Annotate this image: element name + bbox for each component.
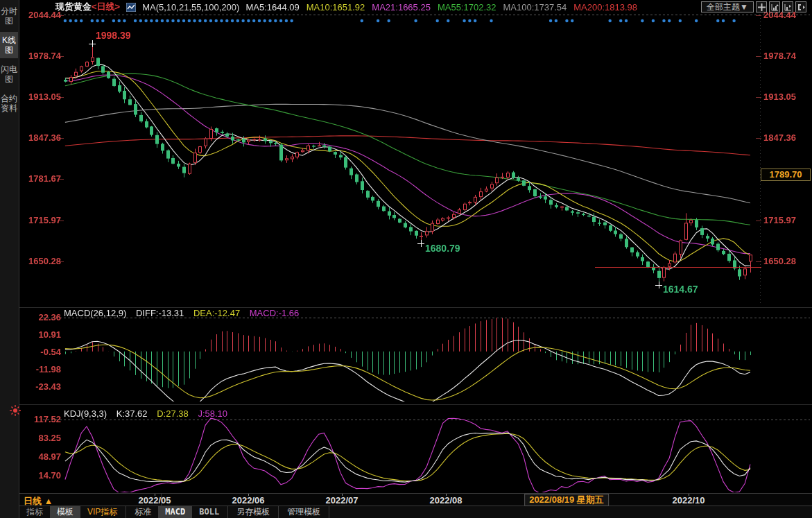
sidebar-item-2[interactable]: 闪电图 (0, 61, 18, 87)
toolbar-tab-1[interactable]: 模板 (50, 506, 80, 518)
separator-macd-kdj (19, 404, 812, 405)
left-axis-label-1: 1978.74 (25, 51, 61, 61)
symbol-title: 现货黄金<日线> (55, 1, 120, 13)
date-tick-1: 2022/06 (232, 495, 265, 506)
ma-values: MA5:1644.09MA10:1651.92MA21:1665.25MA55:… (245, 2, 637, 12)
right-axis-label-5: 1650.28 (763, 256, 809, 266)
toolbar-tab-6[interactable]: 另存模板 (230, 506, 277, 518)
scale-y-icon[interactable] (769, 1, 780, 12)
macd-dea-value: DEA:-12.47 (193, 308, 240, 318)
annotation-2: 1614.67 (663, 284, 698, 295)
toolbar-separator (227, 506, 228, 518)
macd-axis-label-2: -0.54 (25, 347, 61, 357)
right-axis-label-3: 1847.36 (763, 132, 809, 143)
indicator-toolbar: 指标模板VIP指标标准MACDBOLL另存模板管理模板 (19, 506, 812, 518)
macd-diff-value: DIFF:-13.31 (136, 308, 184, 318)
sidebar-item-0[interactable]: 分时图 (0, 3, 18, 29)
toolbar-tab-5[interactable]: BOLL (192, 506, 226, 518)
chart-mode-sidebar: 分时图K线图闪电图合约资料 (0, 0, 19, 518)
ma-params-label: MA(5,10,21,55,100,200) (142, 2, 239, 12)
date-tick-0: 2022/05 (139, 495, 171, 506)
chart-header: 现货黄金<日线> MA(5,10,21,55,100,200) MA5:1644… (55, 1, 637, 13)
annotation-1: 1680.79 (425, 243, 460, 254)
pop-out-icon[interactable] (795, 1, 806, 12)
toolbar-separator (329, 506, 329, 518)
annotation-0: 1998.39 (96, 30, 131, 41)
ma-value-4: MA100:1737.54 (503, 2, 567, 12)
ma-value-3: MA55:1702.32 (438, 2, 496, 12)
chart-badge-icon (126, 3, 136, 12)
left-axis-label-5: 1715.97 (25, 215, 61, 225)
toolbar-tab-7[interactable]: 管理模板 (280, 506, 327, 518)
date-tick-2: 2022/07 (326, 495, 359, 506)
right-axis-label-4: 1715.97 (763, 215, 809, 225)
macd-title: MACD(26,12,9) (64, 308, 126, 318)
scale-x-icon[interactable] (782, 1, 793, 12)
sidebar-item-1[interactable]: K线图 (0, 32, 18, 58)
crosshair-date-label: 2022/08/19 星期五 (524, 494, 609, 506)
theme-dropdown-button[interactable]: 全部主题▼ (701, 1, 754, 12)
kdj-k-value: K:37.62 (116, 408, 148, 419)
header-buttons: 全部主题▼ (701, 1, 806, 12)
left-axis-label-4: 1781.67 (25, 173, 61, 184)
date-tick-4: 2022/10 (673, 495, 705, 506)
left-axis-label-6: 1650.28 (25, 256, 61, 266)
indicator-settings-icon[interactable] (10, 405, 21, 419)
sidebar-item-3[interactable]: 合约资料 (0, 90, 18, 116)
kdj-d-value: D:27.38 (157, 408, 189, 419)
date-tick-3: 2022/08 (430, 495, 463, 506)
toolbar-separator (278, 506, 279, 518)
kdj-title: KDJ(9,3,3) (64, 408, 107, 419)
ma-value-2: MA21:1665.25 (372, 2, 431, 12)
crosshair-price-label: 1789.70 (761, 169, 811, 181)
right-axis-label-2: 1913.05 (763, 92, 809, 102)
toolbar-tab-2[interactable]: VIP指标 (80, 506, 124, 518)
pan-icon[interactable] (756, 1, 767, 12)
ma-value-0: MA5:1644.09 (245, 2, 299, 12)
ma-value-5: MA200:1813.98 (573, 2, 637, 12)
kdj-header: KDJ(9,3,3) K:37.62 D:27.38 J:58.10 (64, 408, 234, 419)
kdj-axis-label-0: 117.52 (25, 414, 61, 424)
macd-axis-label-3: -11.98 (25, 364, 61, 374)
toolbar-tab-4[interactable]: MACD (158, 506, 192, 518)
left-axis-label-3: 1847.36 (25, 132, 61, 143)
kdj-j-value: J:58.10 (198, 408, 227, 419)
ma-value-1: MA10:1651.92 (306, 2, 365, 12)
kdj-axis-label-2: 48.97 (25, 451, 61, 462)
kdj-axis-label-3: 14.70 (25, 470, 61, 481)
macd-macd-value: MACD:-1.66 (250, 308, 300, 318)
right-axis-label-1: 1978.74 (763, 51, 809, 61)
toolbar-separator (126, 506, 126, 518)
left-axis-label-2: 1913.05 (25, 92, 61, 102)
macd-axis-label-4: -23.43 (25, 381, 61, 392)
app-window: 分时图K线图闪电图合约资料 现货黄金<日线> MA(5,10,21,55,100… (0, 0, 812, 518)
macd-header: MACD(26,12,9) DIFF:-13.31 DEA:-12.47 MAC… (64, 308, 306, 318)
period-tag: <日线> (92, 1, 120, 12)
macd-axis-label-0: 22.36 (25, 312, 61, 322)
symbol-name: 现货黄金 (55, 1, 92, 12)
toolbar-tab-0[interactable]: 指标 (19, 506, 50, 518)
macd-axis-label-1: 10.91 (25, 329, 61, 340)
toolbar-tab-3[interactable]: 标准 (128, 506, 158, 518)
date-axis: 日线 ▲ 2022/052022/062022/072022/082022/10… (19, 493, 812, 506)
kdj-axis-label-1: 83.25 (25, 433, 61, 443)
